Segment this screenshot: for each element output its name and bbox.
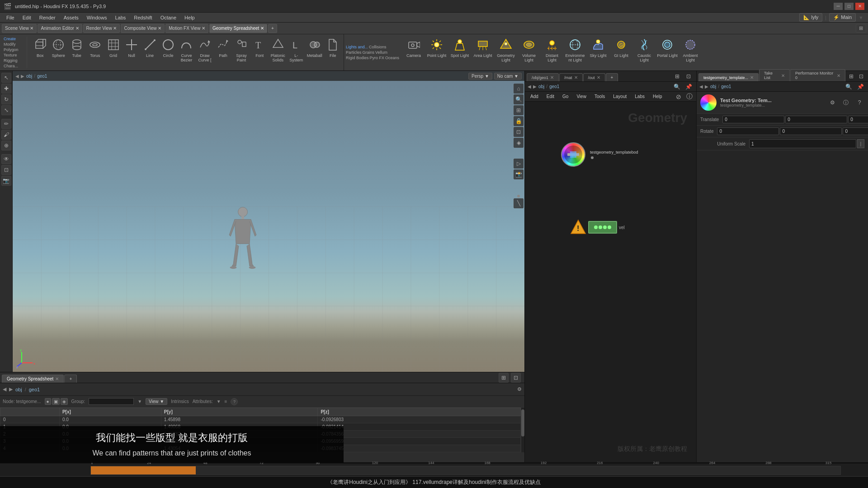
tab-props-1[interactable]: testgeometry_template... ✕ [698, 73, 759, 81]
node-vtx-btn[interactable]: ◈ [61, 398, 68, 405]
tool-metaball[interactable]: Metaball [306, 35, 323, 70]
tool-draw-curve[interactable]: Draw Curve [ [196, 35, 213, 70]
props-info-btn[interactable]: ⓘ [841, 98, 851, 108]
add-node-tab[interactable]: + [606, 73, 618, 81]
sort-btn[interactable]: ≡ [225, 399, 227, 404]
display-opts[interactable]: ◈ [514, 138, 524, 148]
tab-scene-view[interactable]: Scene View ✕ [2, 24, 37, 33]
maximize-button[interactable]: □ [844, 3, 854, 10]
translate-z[interactable] [848, 116, 868, 123]
close-node-tab2[interactable]: ✕ [574, 75, 578, 80]
viewport-3d[interactable]: ◀ ▶ obj / geo1 Persp ▼ No cam ▼ x y z [13, 71, 524, 372]
tab-lights[interactable]: Lights and... [346, 45, 368, 49]
props-pin[interactable]: 📌 [855, 82, 865, 92]
node-detach-btn[interactable]: ⊡ [684, 71, 693, 81]
tool-spray-paint[interactable]: Spray Paint [232, 35, 250, 70]
obj-node-path[interactable]: obj [538, 84, 544, 89]
node-testgeometry[interactable]: testgeometry_templatebod [561, 142, 638, 167]
tab-geometry-spreadsheet[interactable]: Geometry Spreadsheet ✕ [209, 24, 267, 33]
menu-assets[interactable]: Assets [60, 14, 82, 21]
tool-sphere[interactable]: Sphere [49, 35, 67, 70]
home-view[interactable]: ⌂ [514, 84, 524, 94]
scale-slider-indicator[interactable]: | [857, 139, 864, 148]
tab-rigging[interactable]: Rigging [4, 58, 18, 63]
main-workspace[interactable]: ⚡ Main [829, 13, 856, 22]
tab-render-view[interactable]: Render View ✕ [83, 24, 120, 33]
tool-font[interactable]: T Font [251, 35, 269, 70]
node-pin[interactable]: 📌 [684, 82, 693, 92]
node-filter[interactable]: ⊘ [674, 92, 684, 102]
node-menu-layout[interactable]: Layout [609, 93, 630, 100]
nav-back-node[interactable]: ◀ [528, 84, 531, 89]
menu-render[interactable]: Render [36, 14, 59, 21]
node-info[interactable]: ⓘ [684, 92, 694, 102]
add-spreadsheet-tab[interactable]: + [64, 375, 77, 383]
tab-motionfx[interactable]: Motion FX View ✕ [165, 24, 208, 33]
geo1-link[interactable]: geo1 [37, 74, 47, 79]
tool-distant-light[interactable]: Distant Light [541, 35, 563, 70]
snap-tool[interactable]: ⊕ [1, 141, 11, 150]
nav-fwd-props[interactable]: ▶ [705, 84, 708, 89]
props-layout-btn[interactable]: ⊞ [846, 71, 856, 81]
props-detach-btn[interactable]: ⊡ [857, 71, 866, 81]
tool-environment-light[interactable]: Environment Light [564, 35, 586, 70]
rotate-y[interactable] [780, 127, 842, 135]
node-menu-view[interactable]: View [573, 93, 590, 100]
tab-rigid-bodies[interactable]: Rigid Bodies [346, 56, 369, 60]
tab-vellum[interactable]: Vellum [375, 50, 387, 55]
frame-sel[interactable]: ⊞ [514, 105, 524, 115]
draw-tool[interactable]: ✏ [1, 119, 11, 129]
tab-chara[interactable]: Chara... [4, 64, 18, 68]
render-view-btn[interactable]: ▷ [514, 159, 524, 169]
nav-back-spreadsheet[interactable]: ◀ [3, 386, 6, 392]
node-menu-go[interactable]: Go [559, 93, 572, 100]
translate-x[interactable] [722, 116, 784, 123]
rotate-x[interactable] [717, 127, 779, 135]
paint-tool[interactable]: 🖌 [1, 130, 11, 140]
help-spreadsheet[interactable]: ? [231, 398, 238, 405]
tool-tube[interactable]: Tube [68, 35, 85, 70]
scale-val[interactable] [749, 139, 856, 148]
tool-circle[interactable]: Circle [159, 35, 177, 70]
tool-null[interactable]: Null [123, 35, 140, 70]
menu-labs[interactable]: Labs [111, 14, 129, 21]
layout-dropdown[interactable]: 📐 lyly [799, 13, 822, 22]
zoom-view[interactable]: 🔍 [514, 94, 524, 104]
tool-box[interactable]: Box [31, 35, 49, 70]
snapshot-btn[interactable]: 📸 [514, 169, 524, 179]
tool-line[interactable]: Line [141, 35, 159, 70]
tab-collisions[interactable]: Collisions [369, 45, 387, 49]
tab-modify[interactable]: Modify [4, 42, 16, 47]
tab-pyro[interactable]: Pyro FX [370, 56, 385, 60]
node-graph-canvas[interactable]: Geometry testgeometry_templatebod [525, 102, 696, 462]
close-perf-tab[interactable]: ✕ [837, 73, 840, 78]
tab-grains[interactable]: Grains [363, 50, 375, 55]
tool-volume-light[interactable]: Volume Light [518, 35, 540, 70]
tab-node3[interactable]: /out ✕ [583, 73, 605, 81]
spreadsheet-layout-btn[interactable]: ⊞ [499, 373, 509, 383]
minimize-button[interactable]: ─ [834, 3, 843, 10]
tool-point-light[interactable]: Point Light [425, 35, 448, 70]
spreadsheet-gear[interactable]: ⚙ [517, 386, 522, 392]
tool-torus[interactable]: Torus [86, 35, 104, 70]
tool-grid[interactable]: Grid [104, 35, 122, 70]
cam-dropdown[interactable]: No cam ▼ [494, 73, 522, 80]
close-take-tab[interactable]: ✕ [781, 73, 785, 78]
nav-back-props[interactable]: ◀ [699, 84, 703, 89]
move-tool[interactable]: ✚ [1, 84, 11, 94]
tool-portal-light[interactable]: Portal Light [656, 35, 679, 70]
tool-ambient-light[interactable]: Ambient Light [679, 35, 702, 70]
persp-dropdown[interactable]: Persp ▼ [468, 73, 492, 80]
group-input[interactable] [89, 398, 134, 405]
nav-fwd-node[interactable]: ▶ [533, 84, 537, 89]
tool-file[interactable]: File [324, 35, 342, 70]
tool-camera[interactable]: Camera [402, 35, 425, 70]
node-menu-labs[interactable]: Labs [631, 93, 648, 100]
view-dropdown[interactable]: View ▼ [146, 398, 167, 405]
node-pts-btn[interactable]: ● [45, 398, 51, 405]
props-gear[interactable]: ⚙ [827, 98, 837, 108]
node-menu-add[interactable]: Add [527, 93, 542, 100]
tool-caustic-light[interactable]: Caustic Light [633, 35, 656, 70]
tab-particles[interactable]: Particles [346, 50, 362, 55]
tab-geometry-spreadsheet-2[interactable]: Geometry Spreadsheet ✕ [2, 375, 64, 383]
